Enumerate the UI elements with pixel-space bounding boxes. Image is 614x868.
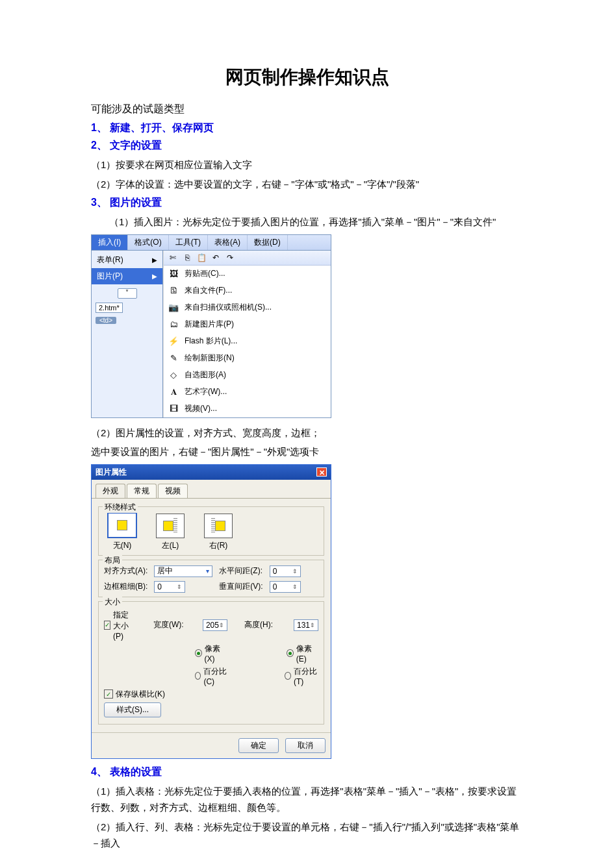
style-button[interactable]: 样式(S)...	[104, 702, 161, 717]
menu-data[interactable]: 数据(D)	[248, 235, 288, 250]
submenu-gallery[interactable]: 🗂 新建图片库(P)	[164, 316, 331, 333]
section-2-p2: （2）字体的设置：选中要设置的文字，右键－"字体"或"格式"－"字体"/"段落"	[91, 176, 523, 193]
undo-icon[interactable]: ↶	[211, 253, 221, 263]
dialog-title: 图片属性	[96, 467, 127, 478]
tab-general[interactable]: 常规	[127, 484, 157, 498]
draw-icon: ✎	[168, 353, 179, 364]
height-label: 高度(H):	[244, 619, 290, 630]
wrap-none-preview-icon	[117, 520, 127, 530]
page-title: 网页制作操作知识点	[91, 65, 523, 90]
section-3-p3: 选中要设置的图片，右键－"图片属性"－"外观"选项卡	[91, 443, 523, 460]
vspace-label: 垂直间距(V):	[219, 581, 262, 592]
submenu-clipart[interactable]: 🖼 剪贴画(C)...	[164, 266, 331, 282]
menu-tools[interactable]: 工具(T)	[169, 235, 208, 250]
height-pixel-radio[interactable]: 像素(E)	[287, 643, 318, 663]
height-percent-radio[interactable]: 百分比(T)	[285, 666, 318, 686]
menu-item-form[interactable]: 表单(R) ▶	[92, 252, 162, 268]
redo-icon[interactable]: ↷	[225, 253, 235, 263]
menu-insert[interactable]: 插入(I)	[92, 235, 128, 250]
keep-ratio-checkbox[interactable]: ✓ 保存纵横比(K)	[104, 689, 165, 700]
specify-size-checkbox[interactable]: ✓ 指定大小(P)	[104, 610, 136, 641]
submenu-arrow-icon: ▶	[152, 256, 157, 264]
size-group: 大小 ✓ 指定大小(P) 宽度(W): 205 高度(H): 131 像素(X)…	[98, 601, 324, 725]
video-icon: 🎞	[168, 403, 179, 415]
hspace-label: 水平间距(Z):	[219, 565, 262, 577]
layout-group: 布局 对齐方式(A): 居中 水平间距(Z): 0 边框粗细(B): 0 垂直间…	[98, 560, 324, 597]
section-3-p2: （2）图片属性的设置，对齐方式、宽度高度，边框；	[91, 425, 523, 441]
file-picture-icon: 🖻	[168, 285, 179, 297]
subtitle: 可能涉及的试题类型	[91, 103, 523, 116]
wrap-right[interactable]: 右(R)	[200, 514, 237, 551]
vspace-input[interactable]: 0	[270, 581, 301, 593]
wrap-none[interactable]: 无(N)	[104, 512, 140, 551]
submenu-draw-new[interactable]: ✎ 绘制新图形(N)	[164, 350, 331, 367]
dialog-button-bar: 确定 取消	[92, 732, 331, 758]
section-3-head: 3、 图片的设置	[91, 196, 523, 210]
menu-item-picture[interactable]: 图片(P) ▶	[92, 268, 162, 284]
submenu-scanner[interactable]: 📷 来自扫描仪或照相机(S)...	[164, 299, 331, 316]
toolbar: ✄ ⎘ 📋 ↶ ↷	[164, 251, 331, 266]
size-group-title: 大小	[103, 597, 122, 608]
align-combo[interactable]: 居中	[154, 565, 212, 577]
submenu-flash[interactable]: ⚡ Flash 影片(L)...	[164, 333, 331, 350]
submenu-video[interactable]: 🎞 视频(V)...	[164, 401, 331, 417]
cancel-button[interactable]: 取消	[285, 738, 326, 753]
width-pixel-radio[interactable]: 像素(X)	[195, 643, 227, 663]
dialog-titlebar: 图片属性 ✕	[92, 465, 331, 480]
tab-htm-file[interactable]: 2.htm*	[96, 303, 123, 313]
flash-icon: ⚡	[168, 336, 179, 347]
dialog-tabs: 外观 常规 视频	[92, 480, 331, 498]
section-2-head: 2、 文字的设置	[91, 139, 523, 153]
section-2-p1: （1）按要求在网页相应位置输入文字	[91, 156, 523, 173]
paste-icon[interactable]: 📋	[196, 253, 207, 263]
menu-table[interactable]: 表格(A)	[208, 235, 248, 250]
section-1-head: 1、 新建、打开、保存网页	[91, 121, 523, 135]
wrap-left[interactable]: 左(L)	[152, 514, 188, 551]
clipart-icon: 🖼	[168, 268, 179, 280]
layout-group-title: 布局	[103, 555, 122, 566]
wrap-style-group: 环绕样式 无(N) 左(L) 右(R)	[98, 506, 324, 556]
close-icon[interactable]: ✕	[316, 467, 327, 477]
picture-properties-dialog: 图片属性 ✕ 外观 常规 视频 环绕样式 无(N) 左(L)	[91, 464, 331, 759]
copy-icon[interactable]: ⎘	[182, 253, 192, 263]
align-label: 对齐方式(A):	[104, 565, 147, 577]
cut-icon[interactable]: ✄	[168, 253, 178, 263]
wordart-icon: 𝐀	[168, 386, 179, 398]
autoshape-icon: ◇	[168, 369, 179, 381]
wrap-group-title: 环绕样式	[103, 502, 138, 513]
width-percent-radio[interactable]: 百分比(C)	[195, 666, 229, 686]
section-4-head: 4、 表格的设置	[91, 765, 523, 779]
ok-button[interactable]: 确定	[238, 738, 279, 753]
hspace-input[interactable]: 0	[270, 565, 301, 577]
insert-picture-menu-screenshot: 插入(I) 格式(O) 工具(T) 表格(A) 数据(D) 表单(R) ▶ 图片…	[91, 234, 331, 418]
gallery-icon: 🗂	[168, 319, 179, 330]
wrap-left-preview-icon	[163, 521, 173, 531]
submenu-from-file[interactable]: 🖻 来自文件(F)...	[164, 282, 331, 299]
section-3-p1: （1）插入图片：光标先定位于要插入图片的位置，再选择"插入"菜单－"图片"－"来…	[91, 214, 523, 230]
submenu-arrow-icon: ▶	[152, 273, 157, 280]
expand-menu-icon[interactable]: ˅	[118, 288, 137, 299]
tag-chip-td: <td>	[96, 317, 116, 324]
section-4-p1: （1）插入表格：光标先定位于要插入表格的位置，再选择"表格"菜单－"插入"－"表…	[91, 783, 523, 816]
section-4-p2: （2）插入行、列、表格：光标先定位于要设置的单元格，右键－"插入行"/"插入列"…	[91, 819, 523, 852]
width-label: 宽度(W):	[153, 619, 199, 630]
tab-video[interactable]: 视频	[158, 484, 188, 498]
border-label: 边框粗细(B):	[104, 581, 147, 592]
submenu-autoshape[interactable]: ◇ 自选图形(A)	[164, 367, 331, 384]
tab-appearance[interactable]: 外观	[96, 484, 125, 498]
submenu-wordart[interactable]: 𝐀 艺术字(W)...	[164, 384, 331, 401]
menu-format[interactable]: 格式(O)	[128, 235, 168, 250]
scanner-icon: 📷	[168, 302, 179, 314]
document-page: 网页制作操作知识点 可能涉及的试题类型 1、 新建、打开、保存网页 2、 文字的…	[0, 0, 614, 868]
wrap-right-preview-icon	[215, 521, 225, 531]
border-input[interactable]: 0	[154, 581, 185, 593]
menubar: 插入(I) 格式(O) 工具(T) 表格(A) 数据(D)	[92, 235, 331, 251]
height-input[interactable]: 131	[294, 619, 318, 631]
picture-submenu: ✄ ⎘ 📋 ↶ ↷ 🖼 剪贴画(C)... 🖻 来自文件(F)... 📷 来自扫…	[163, 251, 331, 417]
insert-menu-left: 表单(R) ▶ 图片(P) ▶ ˅ 2.htm* <td>	[92, 251, 163, 417]
width-input[interactable]: 205	[203, 619, 227, 631]
